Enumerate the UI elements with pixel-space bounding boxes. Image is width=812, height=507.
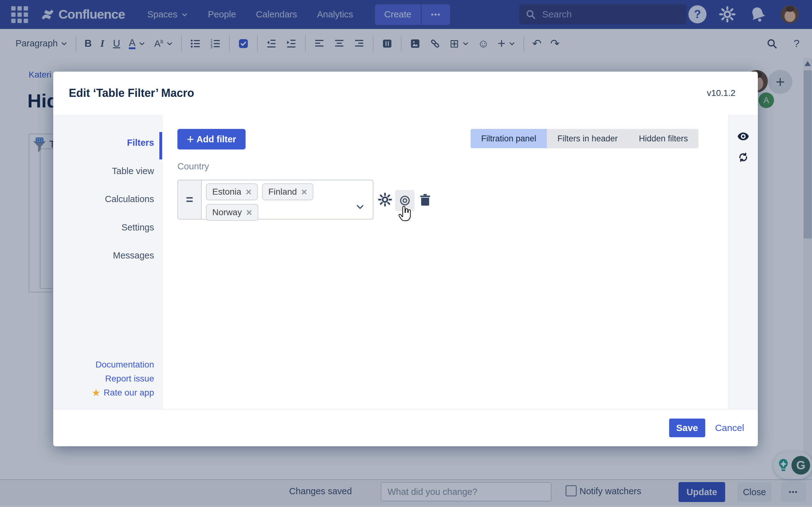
preview-eye-icon[interactable] [737,130,750,143]
cancel-button[interactable]: Cancel [715,422,744,433]
filter-column-label: Country [177,161,209,172]
dialog-title: Edit ‘Table Filter’ Macro [69,87,194,100]
filter-value-select[interactable]: = Estonia × Finland × Norway × [177,180,373,220]
save-button[interactable]: Save [669,418,705,437]
cursor-pointer [396,204,413,224]
delete-filter-icon[interactable] [418,193,432,207]
tab-filters-in-header[interactable]: Filters in header [547,129,628,148]
filter-chips: Estonia × Finland × Norway × [202,180,373,219]
dialog-footer: Save Cancel [53,409,758,446]
dialog-right-rail [728,115,758,409]
chevron-down-icon[interactable] [356,202,365,212]
filter-placement-tabs: Filtration panel Filters in header Hidde… [471,129,698,148]
dialog-body: Filters Table view Calculations Settings… [53,115,758,409]
filter-chip-estonia: Estonia × [206,183,258,200]
sidebar-item-table-view[interactable]: Table view [112,162,154,180]
remove-chip-icon[interactable]: × [246,187,251,196]
tab-hidden-filters[interactable]: Hidden filters [628,129,699,148]
filter-settings-gear-icon[interactable] [378,192,392,207]
add-filter-button[interactable]: + Add filter [177,129,246,150]
remove-chip-icon[interactable]: × [246,208,252,217]
dialog-version: v10.1.2 [707,88,736,98]
table-filter-macro-dialog: Edit ‘Table Filter’ Macro v10.1.2 Filter… [53,72,758,446]
tab-filtration-panel[interactable]: Filtration panel [471,129,547,148]
sidebar-active-indicator [159,132,162,160]
dialog-header: Edit ‘Table Filter’ Macro v10.1.2 [53,72,758,115]
filter-chip-norway: Norway × [206,204,258,221]
filter-operator[interactable]: = [178,180,202,219]
sidebar-item-messages[interactable]: Messages [113,247,154,264]
dialog-main: + Add filter Filtration panel Filters in… [163,115,728,409]
dialog-sidebar: Filters Table view Calculations Settings… [53,115,163,409]
sidebar-item-settings[interactable]: Settings [121,219,154,236]
screen: Confluence Spaces People Calendars Analy… [0,0,812,507]
sidebar-item-calculations[interactable]: Calculations [105,190,154,208]
filter-chip-finland: Finland × [262,183,313,200]
rate-our-app-link[interactable]: ★ Rate our app [91,385,154,401]
refresh-icon[interactable] [738,152,749,163]
plus-icon: + [187,133,194,146]
sidebar-item-filters[interactable]: Filters [127,134,154,151]
remove-chip-icon[interactable]: × [301,187,307,196]
star-icon: ★ [91,385,101,401]
